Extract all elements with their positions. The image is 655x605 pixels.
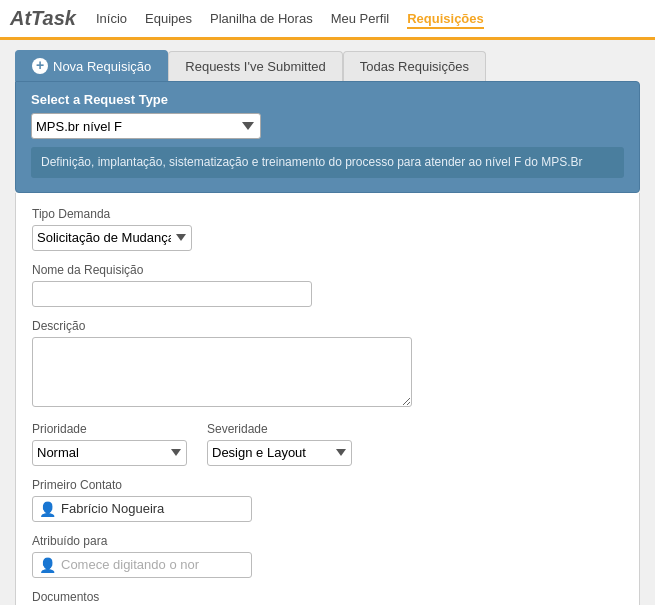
primeiro-contato-group: Primeiro Contato 👤 xyxy=(32,478,623,522)
descricao-textarea[interactable] xyxy=(32,337,412,407)
form-area: Tipo Demanda Solicitação de MudançaBugMe… xyxy=(15,193,640,605)
nav-item-planilha[interactable]: Planilha de Horas xyxy=(210,11,313,26)
select-request-type-label: Select a Request Type xyxy=(31,92,624,107)
page-content: + Nova Requisição Requests I've Submitte… xyxy=(0,40,655,605)
tipo-demanda-select-wrapper: Solicitação de MudançaBugMelhoria xyxy=(32,225,192,251)
descricao-label: Descrição xyxy=(32,319,623,333)
tab-nova-label: Nova Requisição xyxy=(53,59,151,74)
atribuido-wrapper: 👤 xyxy=(32,552,252,578)
tipo-demanda-label: Tipo Demanda xyxy=(32,207,623,221)
nav-item-equipes[interactable]: Equipes xyxy=(145,11,192,26)
documentos-group: Documentos 📎 Adicionar documentos xyxy=(32,590,623,605)
atribuido-group: Atribuído para 👤 xyxy=(32,534,623,578)
tipo-demanda-group: Tipo Demanda Solicitação de MudançaBugMe… xyxy=(32,207,623,251)
descricao-group: Descrição xyxy=(32,319,623,410)
severidade-label: Severidade xyxy=(207,422,352,436)
tab-todas-label: Todas Requisições xyxy=(360,59,469,74)
logo-at: At xyxy=(10,7,31,29)
logo-task: Task xyxy=(31,7,76,29)
request-type-panel: Select a Request Type MPS.br nível F Def… xyxy=(15,81,640,193)
nome-requisicao-input[interactable] xyxy=(32,281,312,307)
tab-nova-requisicao[interactable]: + Nova Requisição xyxy=(15,50,168,81)
nav-item-inicio[interactable]: Início xyxy=(96,11,127,26)
person-icon-2: 👤 xyxy=(39,557,56,573)
atribuido-input[interactable] xyxy=(61,557,245,572)
nav-item-meu-perfil[interactable]: Meu Perfil xyxy=(331,11,390,26)
severidade-group: Severidade Design e LayoutCríticoMaiorMe… xyxy=(207,422,352,466)
primeiro-contato-input[interactable] xyxy=(61,501,245,516)
request-type-select-wrapper: MPS.br nível F xyxy=(31,113,261,139)
nav-item-requisicoes[interactable]: Requisições xyxy=(407,11,484,26)
documentos-label: Documentos xyxy=(32,590,623,604)
nav-menu: Início Equipes Planilha de Horas Meu Per… xyxy=(96,11,484,26)
tabs-bar: + Nova Requisição Requests I've Submitte… xyxy=(15,50,640,81)
person-icon: 👤 xyxy=(39,501,56,517)
nome-requisicao-group: Nome da Requisição xyxy=(32,263,623,307)
nome-requisicao-label: Nome da Requisição xyxy=(32,263,623,277)
tipo-demanda-select[interactable]: Solicitação de MudançaBugMelhoria xyxy=(32,225,192,251)
request-type-select[interactable]: MPS.br nível F xyxy=(31,113,261,139)
tab-submitted-label: Requests I've Submitted xyxy=(185,59,326,74)
prioridade-label: Prioridade xyxy=(32,422,187,436)
logo[interactable]: AtTask xyxy=(10,7,76,30)
prioridade-group: Prioridade NormalAltaUrgenteBaixa xyxy=(32,422,187,466)
severidade-select[interactable]: Design e LayoutCríticoMaiorMenor xyxy=(207,440,352,466)
top-navigation: AtTask Início Equipes Planilha de Horas … xyxy=(0,0,655,40)
prioridade-severidade-row: Prioridade NormalAltaUrgenteBaixa Severi… xyxy=(32,422,623,466)
atribuido-label: Atribuído para xyxy=(32,534,623,548)
prioridade-select[interactable]: NormalAltaUrgenteBaixa xyxy=(32,440,187,466)
tab-todas[interactable]: Todas Requisições xyxy=(343,51,486,81)
tab-submitted[interactable]: Requests I've Submitted xyxy=(168,51,343,81)
request-type-description: Definição, implantação, sistematização e… xyxy=(31,147,624,178)
primeiro-contato-label: Primeiro Contato xyxy=(32,478,623,492)
plus-icon: + xyxy=(32,58,48,74)
primeiro-contato-wrapper: 👤 xyxy=(32,496,252,522)
